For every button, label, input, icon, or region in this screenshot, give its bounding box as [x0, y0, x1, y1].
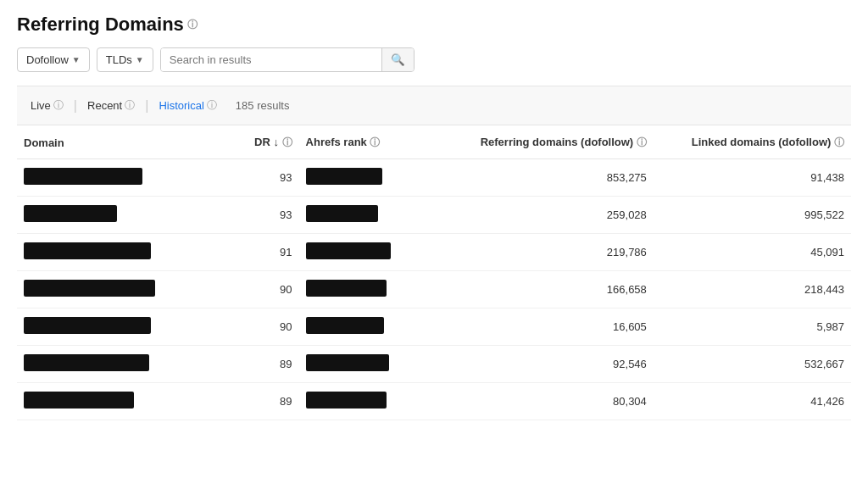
dofollow-arrow-icon: ▼: [72, 55, 81, 64]
table-row: 8980,30441,426: [17, 383, 851, 420]
table-header-row: Domain DR ↓ ⓘ Ahrefs rank ⓘ Referring do…: [17, 125, 851, 159]
cell-ahrefs: [299, 271, 440, 308]
table-row: 9016,6055,987: [17, 308, 851, 346]
ahrefs-bar: [306, 392, 387, 409]
cell-domain: [17, 271, 219, 308]
domain-bar: [24, 354, 149, 371]
cell-dr: 93: [219, 159, 299, 197]
cell-domain: [17, 234, 219, 271]
cell-dr: 91: [219, 234, 299, 271]
tabs-bar: Live ⓘ | Recent ⓘ | Historical ⓘ 185 res…: [17, 86, 851, 125]
tab-live-info-icon[interactable]: ⓘ: [53, 98, 64, 113]
col-ahrefs-info-icon[interactable]: ⓘ: [370, 136, 380, 148]
cell-ahrefs: [299, 308, 440, 346]
data-table: Domain DR ↓ ⓘ Ahrefs rank ⓘ Referring do…: [17, 125, 851, 420]
tab-recent[interactable]: Recent ⓘ: [77, 95, 145, 116]
cell-ahrefs: [299, 383, 440, 420]
search-button[interactable]: 🔍: [381, 48, 414, 71]
col-dr-info-icon[interactable]: ⓘ: [282, 136, 292, 148]
col-header-dr[interactable]: DR ↓ ⓘ: [219, 125, 299, 159]
cell-dr: 90: [219, 271, 299, 308]
cell-linked-domains: 532,667: [654, 346, 851, 383]
search-input[interactable]: [161, 48, 381, 71]
cell-ahrefs: [299, 159, 440, 197]
cell-dr: 89: [219, 383, 299, 420]
cell-linked-domains: 218,443: [654, 271, 851, 308]
search-icon: 🔍: [391, 53, 405, 66]
cell-linked-domains: 995,522: [654, 197, 851, 234]
tab-historical-info-icon[interactable]: ⓘ: [207, 98, 217, 113]
domain-bar: [24, 168, 142, 185]
tlds-dropdown[interactable]: TLDs ▼: [97, 47, 153, 72]
cell-dr: 93: [219, 197, 299, 234]
title-info-icon[interactable]: ⓘ: [187, 18, 198, 32]
ahrefs-bar: [306, 242, 391, 259]
cell-ref-domains: 16,605: [440, 308, 654, 346]
ahrefs-bar: [306, 280, 387, 297]
tlds-arrow-icon: ▼: [136, 55, 144, 64]
table-row: 8992,546532,667: [17, 346, 851, 383]
cell-linked-domains: 91,438: [654, 159, 851, 197]
domain-bar: [24, 317, 151, 334]
cell-ref-domains: 219,786: [440, 234, 654, 271]
cell-ahrefs: [299, 197, 440, 234]
table-row: 90166,658218,443: [17, 271, 851, 308]
col-header-domain: Domain: [17, 125, 219, 159]
cell-linked-domains: 41,426: [654, 383, 851, 420]
tab-historical[interactable]: Historical ⓘ: [148, 95, 226, 116]
domain-bar: [24, 205, 117, 222]
tab-live[interactable]: Live ⓘ: [20, 95, 74, 116]
cell-ref-domains: 853,275: [440, 159, 654, 197]
cell-linked-domains: 45,091: [654, 234, 851, 271]
domain-bar: [24, 242, 151, 259]
cell-ahrefs: [299, 234, 440, 271]
cell-ref-domains: 166,658: [440, 271, 654, 308]
col-header-linked-domains: Linked domains (dofollow) ⓘ: [654, 125, 851, 159]
dofollow-dropdown[interactable]: Dofollow ▼: [17, 47, 90, 72]
cell-dr: 90: [219, 308, 299, 346]
ahrefs-bar: [306, 317, 384, 334]
table-row: 93259,028995,522: [17, 197, 851, 234]
cell-domain: [17, 159, 219, 197]
ahrefs-bar: [306, 168, 382, 185]
toolbar: Dofollow ▼ TLDs ▼ 🔍: [17, 47, 851, 72]
cell-ref-domains: 259,028: [440, 197, 654, 234]
tab-recent-info-icon[interactable]: ⓘ: [125, 98, 135, 113]
domain-bar: [24, 392, 134, 409]
cell-ref-domains: 92,546: [440, 346, 654, 383]
cell-linked-domains: 5,987: [654, 308, 851, 346]
table-row: 93853,27591,438: [17, 159, 851, 197]
cell-domain: [17, 346, 219, 383]
col-header-ref-domains: Referring domains (dofollow) ⓘ: [440, 125, 654, 159]
ahrefs-bar: [306, 354, 389, 371]
cell-dr: 89: [219, 346, 299, 383]
data-table-container: Domain DR ↓ ⓘ Ahrefs rank ⓘ Referring do…: [17, 125, 851, 420]
search-wrapper: 🔍: [160, 47, 415, 72]
results-count: 185 results: [236, 99, 290, 112]
cell-domain: [17, 308, 219, 346]
domain-bar: [24, 280, 155, 297]
col-header-ahrefs: Ahrefs rank ⓘ: [299, 125, 440, 159]
page-title: Referring Domains ⓘ: [17, 14, 851, 36]
table-row: 91219,78645,091: [17, 234, 851, 271]
col-linked-info-icon[interactable]: ⓘ: [834, 136, 844, 148]
cell-domain: [17, 197, 219, 234]
col-ref-info-icon[interactable]: ⓘ: [637, 136, 647, 148]
cell-ref-domains: 80,304: [440, 383, 654, 420]
cell-domain: [17, 383, 219, 420]
cell-ahrefs: [299, 346, 440, 383]
ahrefs-bar: [306, 205, 378, 222]
